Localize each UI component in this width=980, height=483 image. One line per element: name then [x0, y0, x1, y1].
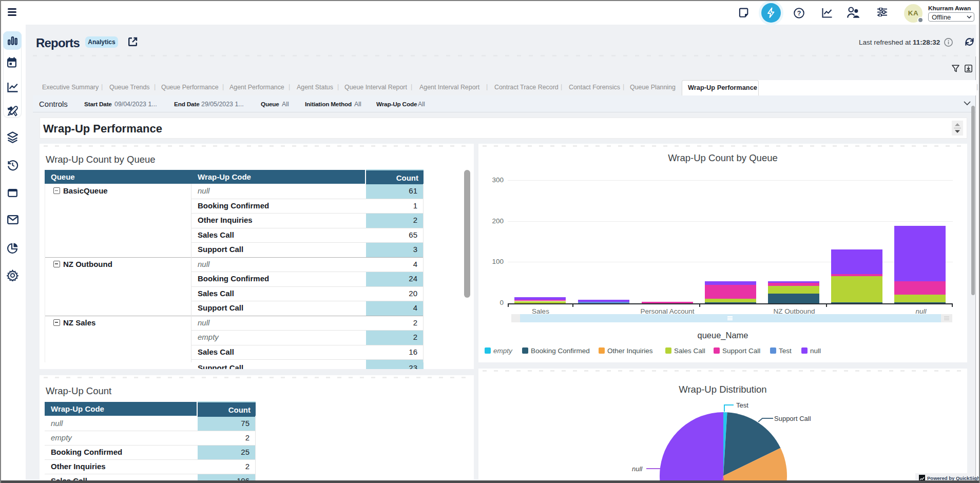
- svg-text:?: ?: [797, 10, 801, 17]
